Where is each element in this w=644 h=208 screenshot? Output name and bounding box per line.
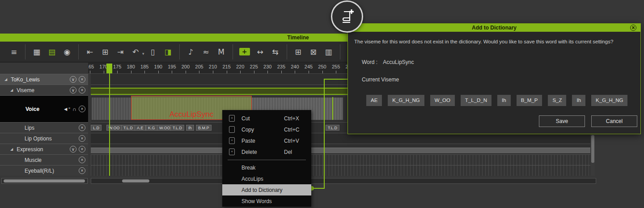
insert-frame-icon[interactable]: ⊞ (293, 47, 303, 57)
viseme-button[interactable]: Ih (572, 95, 585, 106)
ruler-tick (117, 71, 118, 73)
track-row-muscle[interactable]: Muscle × (0, 154, 88, 165)
timeline-v-scroll-thumb[interactable] (591, 135, 594, 163)
frame-columns-icon[interactable]: ▥ (324, 47, 334, 57)
ruler-tick (104, 71, 104, 73)
viseme-chip[interactable]: Ih (186, 125, 194, 131)
mute-icon[interactable]: ◄× (63, 106, 71, 112)
toolbar-separator (233, 44, 233, 59)
viseme-button[interactable]: B_M_P (517, 95, 542, 106)
ruler-tick (267, 71, 268, 73)
save-button[interactable]: Save (539, 115, 585, 127)
viseme-chip[interactable]: K.G (146, 125, 157, 131)
menu-item-paste[interactable]: + Paste Ctrl+V (222, 135, 311, 146)
menu-item-copy[interactable]: Copy Ctrl+C (222, 124, 311, 135)
ruler-tick (295, 71, 295, 73)
track-row-toko-lewis[interactable]: ◢ ToKo_Lewis ∨ × (0, 74, 88, 85)
track-row-eyeball[interactable]: Eyeball(R/L) × (0, 165, 88, 176)
motion-clip-icon[interactable]: M (216, 47, 226, 57)
cancel-button[interactable]: Cancel (591, 115, 637, 127)
menu-item-delete[interactable]: × Delete Del (222, 146, 311, 157)
expression-clip-bar[interactable] (91, 148, 590, 154)
viseme-button[interactable]: W_OO (430, 95, 455, 106)
ruler-frame-label: 205 (192, 64, 206, 69)
connector-bottom-line (313, 188, 325, 189)
viseme-button[interactable]: AE (366, 95, 382, 106)
lip-options-track-lane[interactable] (91, 133, 590, 144)
delete-frame-icon[interactable]: ⊠ (309, 47, 318, 57)
track-row-expression[interactable]: ◢ Expression ∨ × (0, 144, 88, 154)
add-track-icon[interactable]: ▦ (32, 47, 42, 57)
expand-triangle-icon[interactable]: ◢ (10, 147, 13, 151)
track-panel-scroll-thumb[interactable] (4, 179, 85, 183)
timeline-h-scrollbar[interactable] (91, 178, 596, 184)
sample-motion-icon[interactable]: ▯ (148, 47, 158, 57)
viseme-chip[interactable]: T.L.D (326, 125, 339, 131)
viseme-button[interactable]: Ih (497, 95, 511, 106)
edit-motion-layer-icon[interactable]: ◉ (62, 47, 72, 57)
fit-region-icon[interactable]: ⇆ (271, 47, 280, 57)
remove-key-icon-caret[interactable]: ▾ (142, 51, 144, 56)
ruler-tick (90, 71, 90, 73)
next-key-icon[interactable]: ⇥ (115, 47, 125, 57)
viseme-chip[interactable]: A.E (135, 125, 146, 131)
close-track-icon[interactable]: × (79, 146, 85, 153)
collect-clip-icon[interactable]: ▤ (47, 47, 57, 57)
create-clip-icon[interactable]: + (239, 48, 250, 55)
track-row-lip-options[interactable]: Lip Options × (0, 133, 88, 144)
track-label: Lip Options (25, 136, 52, 142)
close-track-icon[interactable]: × (79, 135, 85, 142)
dialog-close-icon[interactable]: × (630, 25, 636, 31)
add-key-icon[interactable]: ⊞ (100, 47, 110, 57)
track-list-icon[interactable]: ≡ (9, 47, 19, 57)
collapse-circle-icon[interactable]: ∨ (70, 87, 76, 93)
menu-separator (228, 160, 306, 160)
viseme-button[interactable]: T_L_D_N (461, 95, 491, 106)
word-boundary-line (332, 97, 333, 120)
headphone-icon[interactable]: ∩ (72, 106, 76, 112)
viseme-button[interactable]: K_G_H_NG (388, 95, 424, 106)
audio-track-icon[interactable]: ♪ (186, 47, 196, 57)
collapse-circle-icon[interactable]: ∨ (70, 76, 76, 83)
track-label: ToKo_Lewis (11, 76, 40, 83)
word-label: Word : (362, 59, 377, 65)
viseme-chip[interactable]: B.M.P (196, 125, 212, 131)
track-row-viseme[interactable]: ◢ Viseme ∨ × (0, 85, 88, 95)
track-row-lips[interactable]: Lips × (0, 122, 88, 133)
expand-triangle-icon[interactable]: ◢ (10, 88, 13, 92)
collapse-circle-icon[interactable]: ∨ (70, 146, 76, 153)
prev-key-icon[interactable]: ⇤ (85, 47, 95, 57)
close-track-icon[interactable]: × (79, 106, 85, 112)
remove-key-icon[interactable]: ↶ (131, 47, 140, 57)
menu-item-show-words[interactable]: Show Words (222, 195, 311, 207)
close-track-icon[interactable]: × (79, 167, 85, 174)
playhead-line[interactable] (109, 64, 110, 176)
track-panel-scrollbar[interactable] (1, 178, 88, 184)
menu-item-break[interactable]: Break (222, 162, 311, 173)
menu-item-add-to-dictionary[interactable]: Add to Dictionary (222, 184, 311, 195)
close-track-icon[interactable]: × (79, 76, 85, 83)
ruler-tick (131, 71, 131, 73)
dialog-title: Add to Dictionary (472, 25, 517, 31)
viseme-chip[interactable]: L.D (91, 125, 102, 131)
timeline-h-scroll-thumb[interactable] (122, 179, 149, 183)
close-track-icon[interactable]: × (79, 87, 85, 93)
ruler-tick (227, 71, 227, 73)
viseme-button[interactable]: S_Z (548, 95, 566, 106)
dialog-titlebar[interactable]: Add to Dictionary × (348, 24, 640, 32)
menu-item-acculips[interactable]: AccuLips (222, 173, 311, 184)
set-range-icon[interactable]: ◨ (163, 47, 173, 57)
close-track-icon[interactable]: × (79, 157, 85, 163)
close-track-icon[interactable]: × (79, 124, 85, 131)
lip-sync-icon[interactable]: ≈ (201, 47, 211, 57)
track-label: Lips (25, 125, 34, 131)
expand-triangle-icon[interactable]: ◢ (4, 77, 7, 81)
track-row-voice[interactable]: Voice ◄× ∩ × (0, 95, 88, 122)
ruler-frame-label: 165 (88, 64, 97, 69)
menu-item-cut[interactable]: × Cut Ctrl+X (222, 113, 311, 124)
ruler-tick (199, 71, 199, 73)
viseme-chip[interactable]: T.L.D (170, 125, 184, 131)
viseme-chip[interactable]: T.L.D (121, 125, 135, 131)
stretch-clip-icon[interactable]: ↔ (255, 47, 265, 57)
viseme-button[interactable]: K_G_H_NG (591, 95, 627, 106)
